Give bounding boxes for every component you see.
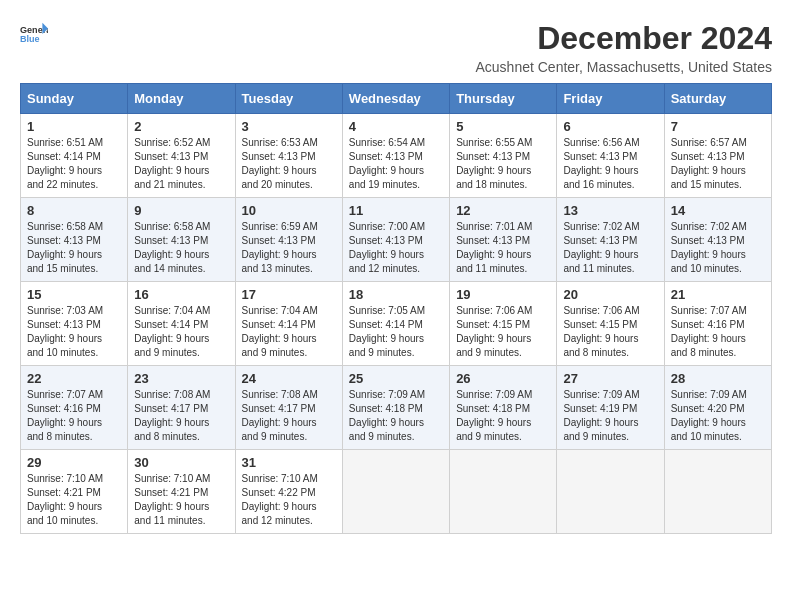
calendar-cell: 24Sunrise: 7:08 AMSunset: 4:17 PMDayligh…: [235, 366, 342, 450]
calendar-cell: 30Sunrise: 7:10 AMSunset: 4:21 PMDayligh…: [128, 450, 235, 534]
calendar-cell: 19Sunrise: 7:06 AMSunset: 4:15 PMDayligh…: [450, 282, 557, 366]
day-detail: Sunrise: 7:09 AMSunset: 4:19 PMDaylight:…: [563, 388, 657, 444]
calendar-cell: [557, 450, 664, 534]
header-thursday: Thursday: [450, 84, 557, 114]
calendar-cell: 6Sunrise: 6:56 AMSunset: 4:13 PMDaylight…: [557, 114, 664, 198]
calendar-cell: 11Sunrise: 7:00 AMSunset: 4:13 PMDayligh…: [342, 198, 449, 282]
day-number: 13: [563, 203, 657, 218]
day-detail: Sunrise: 7:03 AMSunset: 4:13 PMDaylight:…: [27, 304, 121, 360]
day-number: 30: [134, 455, 228, 470]
svg-text:Blue: Blue: [20, 34, 40, 44]
day-detail: Sunrise: 7:09 AMSunset: 4:18 PMDaylight:…: [456, 388, 550, 444]
calendar-week-4: 22Sunrise: 7:07 AMSunset: 4:16 PMDayligh…: [21, 366, 772, 450]
day-number: 6: [563, 119, 657, 134]
day-detail: Sunrise: 7:08 AMSunset: 4:17 PMDaylight:…: [134, 388, 228, 444]
day-detail: Sunrise: 7:06 AMSunset: 4:15 PMDaylight:…: [563, 304, 657, 360]
logo-icon: General Blue: [20, 20, 48, 48]
day-number: 14: [671, 203, 765, 218]
calendar-cell: 17Sunrise: 7:04 AMSunset: 4:14 PMDayligh…: [235, 282, 342, 366]
day-detail: Sunrise: 7:01 AMSunset: 4:13 PMDaylight:…: [456, 220, 550, 276]
calendar-cell: 31Sunrise: 7:10 AMSunset: 4:22 PMDayligh…: [235, 450, 342, 534]
logo: General Blue: [20, 20, 48, 48]
header-monday: Monday: [128, 84, 235, 114]
calendar-week-5: 29Sunrise: 7:10 AMSunset: 4:21 PMDayligh…: [21, 450, 772, 534]
day-number: 16: [134, 287, 228, 302]
calendar-cell: 27Sunrise: 7:09 AMSunset: 4:19 PMDayligh…: [557, 366, 664, 450]
day-number: 21: [671, 287, 765, 302]
day-number: 10: [242, 203, 336, 218]
calendar-cell: 25Sunrise: 7:09 AMSunset: 4:18 PMDayligh…: [342, 366, 449, 450]
calendar-cell: 5Sunrise: 6:55 AMSunset: 4:13 PMDaylight…: [450, 114, 557, 198]
header-sunday: Sunday: [21, 84, 128, 114]
day-detail: Sunrise: 7:10 AMSunset: 4:21 PMDaylight:…: [134, 472, 228, 528]
calendar-cell: 13Sunrise: 7:02 AMSunset: 4:13 PMDayligh…: [557, 198, 664, 282]
day-detail: Sunrise: 6:59 AMSunset: 4:13 PMDaylight:…: [242, 220, 336, 276]
day-number: 23: [134, 371, 228, 386]
day-detail: Sunrise: 6:56 AMSunset: 4:13 PMDaylight:…: [563, 136, 657, 192]
calendar-cell: 8Sunrise: 6:58 AMSunset: 4:13 PMDaylight…: [21, 198, 128, 282]
calendar-week-2: 8Sunrise: 6:58 AMSunset: 4:13 PMDaylight…: [21, 198, 772, 282]
calendar-cell: 23Sunrise: 7:08 AMSunset: 4:17 PMDayligh…: [128, 366, 235, 450]
location: Acushnet Center, Massachusetts, United S…: [476, 59, 773, 75]
day-number: 9: [134, 203, 228, 218]
page-header: General Blue December 2024 Acushnet Cent…: [20, 20, 772, 75]
day-number: 17: [242, 287, 336, 302]
day-detail: Sunrise: 7:05 AMSunset: 4:14 PMDaylight:…: [349, 304, 443, 360]
day-detail: Sunrise: 7:07 AMSunset: 4:16 PMDaylight:…: [671, 304, 765, 360]
day-detail: Sunrise: 7:09 AMSunset: 4:18 PMDaylight:…: [349, 388, 443, 444]
day-number: 7: [671, 119, 765, 134]
calendar-cell: 7Sunrise: 6:57 AMSunset: 4:13 PMDaylight…: [664, 114, 771, 198]
calendar-cell: 22Sunrise: 7:07 AMSunset: 4:16 PMDayligh…: [21, 366, 128, 450]
calendar-cell: [450, 450, 557, 534]
day-number: 3: [242, 119, 336, 134]
day-detail: Sunrise: 7:00 AMSunset: 4:13 PMDaylight:…: [349, 220, 443, 276]
header-tuesday: Tuesday: [235, 84, 342, 114]
calendar-cell: 29Sunrise: 7:10 AMSunset: 4:21 PMDayligh…: [21, 450, 128, 534]
day-number: 27: [563, 371, 657, 386]
day-number: 2: [134, 119, 228, 134]
day-number: 29: [27, 455, 121, 470]
day-number: 20: [563, 287, 657, 302]
day-number: 4: [349, 119, 443, 134]
day-detail: Sunrise: 6:52 AMSunset: 4:13 PMDaylight:…: [134, 136, 228, 192]
header-friday: Friday: [557, 84, 664, 114]
day-number: 12: [456, 203, 550, 218]
day-number: 26: [456, 371, 550, 386]
day-detail: Sunrise: 6:53 AMSunset: 4:13 PMDaylight:…: [242, 136, 336, 192]
calendar-cell: 18Sunrise: 7:05 AMSunset: 4:14 PMDayligh…: [342, 282, 449, 366]
day-detail: Sunrise: 7:02 AMSunset: 4:13 PMDaylight:…: [671, 220, 765, 276]
day-detail: Sunrise: 7:06 AMSunset: 4:15 PMDaylight:…: [456, 304, 550, 360]
day-number: 15: [27, 287, 121, 302]
calendar-cell: 2Sunrise: 6:52 AMSunset: 4:13 PMDaylight…: [128, 114, 235, 198]
calendar-cell: 1Sunrise: 6:51 AMSunset: 4:14 PMDaylight…: [21, 114, 128, 198]
calendar-cell: 10Sunrise: 6:59 AMSunset: 4:13 PMDayligh…: [235, 198, 342, 282]
day-number: 5: [456, 119, 550, 134]
day-number: 1: [27, 119, 121, 134]
day-detail: Sunrise: 7:04 AMSunset: 4:14 PMDaylight:…: [242, 304, 336, 360]
day-detail: Sunrise: 7:09 AMSunset: 4:20 PMDaylight:…: [671, 388, 765, 444]
calendar-cell: 15Sunrise: 7:03 AMSunset: 4:13 PMDayligh…: [21, 282, 128, 366]
day-number: 31: [242, 455, 336, 470]
header-saturday: Saturday: [664, 84, 771, 114]
title-section: December 2024 Acushnet Center, Massachus…: [476, 20, 773, 75]
calendar-cell: 14Sunrise: 7:02 AMSunset: 4:13 PMDayligh…: [664, 198, 771, 282]
day-number: 8: [27, 203, 121, 218]
calendar-cell: 9Sunrise: 6:58 AMSunset: 4:13 PMDaylight…: [128, 198, 235, 282]
calendar-cell: 21Sunrise: 7:07 AMSunset: 4:16 PMDayligh…: [664, 282, 771, 366]
day-detail: Sunrise: 6:51 AMSunset: 4:14 PMDaylight:…: [27, 136, 121, 192]
calendar-cell: 28Sunrise: 7:09 AMSunset: 4:20 PMDayligh…: [664, 366, 771, 450]
day-number: 24: [242, 371, 336, 386]
day-detail: Sunrise: 6:54 AMSunset: 4:13 PMDaylight:…: [349, 136, 443, 192]
month-title: December 2024: [476, 20, 773, 57]
calendar-header-row: SundayMondayTuesdayWednesdayThursdayFrid…: [21, 84, 772, 114]
day-detail: Sunrise: 7:10 AMSunset: 4:22 PMDaylight:…: [242, 472, 336, 528]
calendar-cell: 20Sunrise: 7:06 AMSunset: 4:15 PMDayligh…: [557, 282, 664, 366]
day-detail: Sunrise: 6:58 AMSunset: 4:13 PMDaylight:…: [27, 220, 121, 276]
calendar-cell: 3Sunrise: 6:53 AMSunset: 4:13 PMDaylight…: [235, 114, 342, 198]
day-number: 18: [349, 287, 443, 302]
day-number: 28: [671, 371, 765, 386]
calendar-cell: 12Sunrise: 7:01 AMSunset: 4:13 PMDayligh…: [450, 198, 557, 282]
day-detail: Sunrise: 6:55 AMSunset: 4:13 PMDaylight:…: [456, 136, 550, 192]
calendar-week-1: 1Sunrise: 6:51 AMSunset: 4:14 PMDaylight…: [21, 114, 772, 198]
calendar-cell: [342, 450, 449, 534]
